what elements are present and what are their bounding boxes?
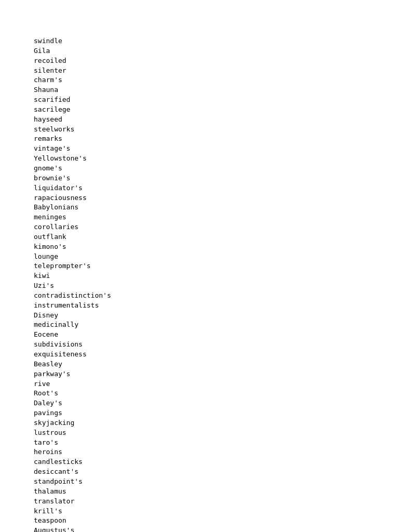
list-item: lustrous	[34, 428, 399, 438]
list-item: hayseed	[34, 115, 399, 125]
list-item: scarified	[34, 95, 399, 105]
list-item: remarks	[34, 134, 399, 144]
list-item: meninges	[34, 212, 399, 222]
list-item: lounge	[34, 252, 399, 262]
list-item: medicinally	[34, 320, 399, 330]
list-item: Babylonians	[34, 203, 399, 212]
list-item: swindle	[34, 36, 399, 46]
list-item: candlesticks	[34, 457, 399, 467]
list-item: rive	[34, 379, 399, 389]
list-item: Root's	[34, 389, 399, 398]
list-item: brownie's	[34, 174, 399, 183]
list-item: instrumentalists	[34, 301, 399, 311]
list-item: vintage's	[34, 144, 399, 154]
list-item: Yellowstone's	[34, 154, 399, 164]
list-item: gnome's	[34, 164, 399, 174]
list-item: corollaries	[34, 222, 399, 232]
word-list: swindleGilarecoiledsilentercharm'sShauna…	[34, 36, 399, 532]
list-item: Augustus's	[34, 526, 399, 532]
list-item: liquidator's	[34, 183, 399, 193]
list-item: subdivisions	[34, 340, 399, 350]
list-item: outflank	[34, 232, 399, 242]
list-item: Gila	[34, 46, 399, 56]
list-item: charm's	[34, 75, 399, 85]
list-item: Shauna	[34, 85, 399, 95]
list-item: rapaciousness	[34, 193, 399, 203]
list-item: taro's	[34, 438, 399, 448]
list-item: pavings	[34, 408, 399, 418]
list-item: Disney	[34, 311, 399, 321]
list-item: thalamus	[34, 487, 399, 497]
list-item: exquisiteness	[34, 350, 399, 360]
list-item: recoiled	[34, 56, 399, 66]
list-item: silenter	[34, 66, 399, 76]
list-item: steelworks	[34, 125, 399, 135]
list-item: parkway's	[34, 369, 399, 379]
list-item: Eocene	[34, 330, 399, 340]
list-item: krill's	[34, 507, 399, 516]
list-item: Uzi's	[34, 281, 399, 291]
list-item: translator	[34, 497, 399, 507]
list-item: teaspoon	[34, 516, 399, 526]
list-item: kiwi	[34, 271, 399, 281]
list-item: contradistinction's	[34, 291, 399, 301]
list-item: desiccant's	[34, 467, 399, 477]
list-item: Beasley	[34, 360, 399, 369]
list-item: kimono's	[34, 242, 399, 252]
list-item: teleprompter's	[34, 261, 399, 271]
list-item: Daley's	[34, 398, 399, 408]
list-item: sacrilege	[34, 105, 399, 115]
list-item: standpoint's	[34, 477, 399, 487]
list-item: heroins	[34, 447, 399, 457]
list-item: skyjacking	[34, 418, 399, 428]
